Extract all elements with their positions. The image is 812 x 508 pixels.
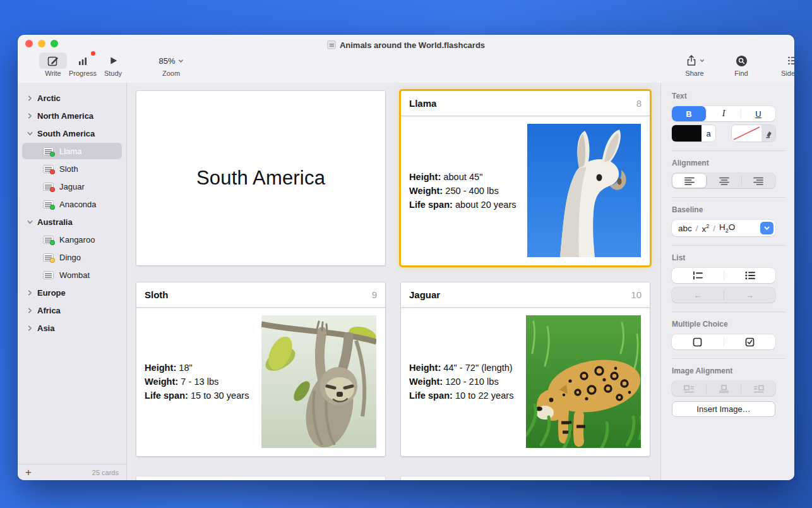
document-proxy-icon [327, 40, 336, 49]
disclosure-chevron-icon[interactable] [27, 325, 33, 331]
checkbox-checked-button[interactable] [724, 334, 776, 349]
bullet-list-button[interactable] [724, 268, 776, 283]
disclosure-chevron-icon[interactable] [27, 112, 33, 119]
share-button[interactable]: Share [677, 52, 712, 77]
card-facts: Height: 18" Weight: 7 - 13 lbs Life span… [145, 361, 249, 402]
image-align-left-button[interactable] [672, 381, 706, 396]
study-icon [100, 52, 126, 69]
multiple-choice-segmented [672, 334, 775, 349]
zoom-control[interactable]: 85% Zoom [150, 52, 192, 77]
disclosure-chevron-icon[interactable] [27, 219, 33, 225]
baseline-control[interactable]: abc / x2 / H2O [672, 220, 775, 236]
write-icon [39, 52, 67, 69]
sidebar-toggle-button[interactable]: Sidebar [774, 52, 794, 77]
sloth-photo [261, 315, 376, 448]
list-type-segmented [672, 268, 775, 283]
image-alignment-segmented [672, 381, 775, 396]
sidebar-group-europe[interactable]: Europe [18, 284, 126, 301]
baseline-dropdown-button[interactable] [760, 222, 773, 234]
alignment-segmented [672, 173, 775, 188]
minimize-button[interactable] [38, 40, 45, 47]
sidebar-icon [774, 52, 794, 69]
progress-button[interactable]: Progress [68, 52, 98, 77]
chevron-down-icon [178, 58, 184, 64]
card-number: 9 [372, 289, 377, 300]
sidebar-item-anaconda[interactable]: Anaconda [18, 195, 126, 213]
highlighter-pen-icon [761, 125, 775, 142]
card-icon [43, 253, 54, 262]
multiple-choice-section-label: Multiple Choice [672, 320, 794, 329]
text-color-well[interactable]: a [672, 125, 715, 142]
titlebar: Animals around the World.flashcards [18, 35, 794, 52]
write-button[interactable]: Write [39, 52, 67, 77]
format-inspector: Text B I U a [660, 83, 794, 480]
study-button[interactable]: Study [100, 52, 126, 77]
sidebar-footer: + 25 cards [18, 464, 126, 480]
divider [672, 245, 785, 246]
outdent-button[interactable]: ← [672, 287, 724, 303]
sidebar-item-jaguar[interactable]: Jaguar [18, 178, 126, 195]
disclosure-chevron-icon[interactable] [27, 289, 33, 296]
align-center-button[interactable] [707, 173, 741, 188]
text-color-sample: a [702, 125, 715, 142]
zoom-window-button[interactable] [51, 40, 58, 47]
sidebar-group-africa[interactable]: Africa [18, 301, 126, 319]
align-left-button[interactable] [672, 174, 706, 188]
card-title: Jaguar [409, 289, 440, 300]
disclosure-chevron-icon[interactable] [27, 130, 33, 136]
card-facts: Height: 44" - 72" (length) Weight: 120 -… [409, 361, 513, 402]
chevron-down-icon [700, 58, 705, 63]
sidebar-group-north-america[interactable]: North America [18, 107, 126, 124]
sidebar-group-arctic[interactable]: Arctic [18, 89, 126, 107]
sidebar-group-south-america[interactable]: South America [18, 124, 126, 142]
disclosure-chevron-icon[interactable] [27, 95, 33, 101]
progress-icon [68, 52, 98, 69]
card-icon [43, 183, 54, 191]
card-icon [43, 236, 54, 244]
checkbox-empty-button[interactable] [672, 334, 724, 349]
find-icon [727, 52, 756, 69]
divider [672, 358, 785, 359]
sidebar-item-kangaroo[interactable]: Kangaroo [18, 231, 126, 248]
indent-segmented: ← → [672, 287, 775, 303]
bold-button[interactable]: B [672, 106, 706, 121]
find-button[interactable]: Find [727, 52, 756, 77]
highlight-color-well[interactable] [732, 125, 775, 142]
indent-button[interactable]: → [724, 287, 776, 303]
sidebar-group-australia[interactable]: Australia [18, 213, 126, 231]
section-card-title: South America [196, 167, 325, 190]
traffic-lights [25, 40, 58, 47]
image-align-center-button[interactable] [707, 381, 741, 396]
flashcard-jaguar[interactable]: Jaguar 10 Height: 44" - 72" (length) Wei… [401, 282, 650, 456]
flashcard-sloth[interactable]: Sloth 9 Height: 18" Weight: 7 - 13 lbs L… [136, 282, 385, 456]
flashcard-llama[interactable]: Llama 8 Height: about 45" Weight: 250 - … [401, 91, 650, 265]
partial-card[interactable] [136, 476, 385, 480]
image-align-right-button[interactable] [741, 381, 775, 396]
sidebar-item-dingo[interactable]: Dingo [18, 248, 126, 266]
add-card-button[interactable]: + [25, 467, 32, 478]
sidebar-group-asia[interactable]: Asia [18, 319, 126, 337]
list-section-label: List [672, 253, 794, 262]
italic-button[interactable]: I [707, 106, 741, 121]
card-icon [43, 271, 54, 279]
underline-button[interactable]: U [741, 106, 775, 121]
sidebar-item-llama[interactable]: Llama [18, 142, 126, 160]
progress-badge [91, 51, 95, 56]
status-dot-yellow [50, 258, 55, 263]
partial-card[interactable] [401, 476, 650, 480]
text-section-label: Text [672, 92, 794, 100]
numbered-list-button[interactable] [672, 268, 724, 283]
status-dot-green [50, 205, 55, 210]
close-button[interactable] [25, 40, 33, 47]
alignment-section-label: Alignment [672, 159, 794, 167]
sidebar-item-wombat[interactable]: Wombat [18, 266, 126, 284]
insert-image-button[interactable]: Insert Image… [672, 401, 775, 417]
status-dot-red [50, 187, 55, 192]
card-count: 25 cards [92, 469, 119, 476]
sidebar-item-sloth[interactable]: Sloth [18, 160, 126, 178]
flashcard-south-america[interactable]: South America [136, 91, 385, 265]
align-right-button[interactable] [742, 173, 775, 188]
card-facts: Height: about 45" Weight: 250 - 400 lbs … [409, 170, 516, 212]
card-title: Sloth [145, 289, 169, 300]
disclosure-chevron-icon[interactable] [27, 307, 33, 313]
